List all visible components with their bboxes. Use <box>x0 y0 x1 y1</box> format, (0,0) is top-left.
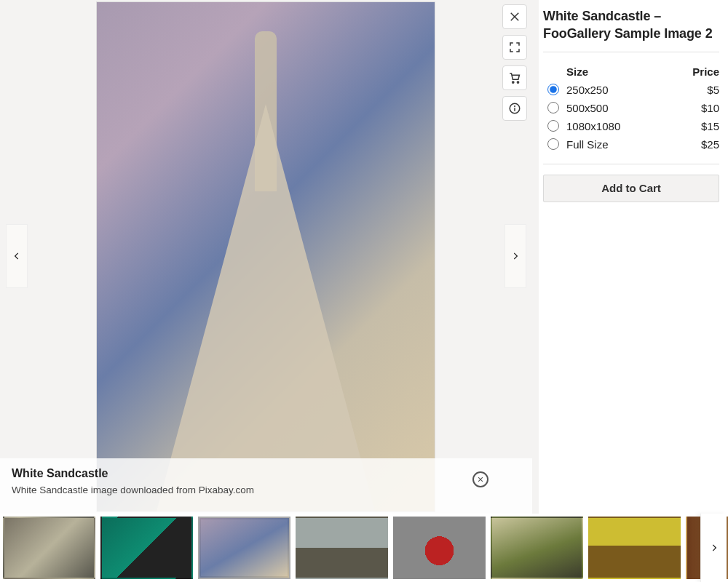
size-price: $15 <box>683 120 719 132</box>
image-title: White Sandcastle – FooGallery Sample Ima… <box>543 7 719 52</box>
close-icon <box>477 476 484 483</box>
cart-icon <box>508 71 521 84</box>
prev-image-button[interactable] <box>6 224 28 288</box>
size-label: 1080x1080 <box>566 120 683 132</box>
chevron-left-icon <box>12 251 22 261</box>
size-price: $25 <box>683 138 719 151</box>
svg-point-5 <box>517 81 518 83</box>
size-price: $5 <box>683 84 719 96</box>
chevron-right-icon <box>709 543 719 553</box>
size-label: Full Size <box>566 138 683 151</box>
caption-close-button[interactable] <box>472 471 488 487</box>
next-image-button[interactable] <box>505 224 526 288</box>
thumbnail-rocky-shore[interactable] <box>296 517 388 579</box>
size-option-1080[interactable]: 1080x1080 $15 <box>543 117 719 135</box>
thumbnail-strip <box>0 514 728 582</box>
size-radio-full[interactable] <box>547 138 559 150</box>
viewer-toolbar <box>502 4 527 121</box>
fullscreen-button[interactable] <box>502 35 527 60</box>
thumbnail-fire-hydrant[interactable] <box>393 517 486 579</box>
svg-point-4 <box>513 81 514 83</box>
add-to-cart-button[interactable]: Add to Cart <box>543 175 719 202</box>
castle-illustration <box>255 31 277 191</box>
pricing-header: Size Price <box>543 63 719 81</box>
size-option-500[interactable]: 500x500 $10 <box>543 99 719 117</box>
caption-title: White Sandcastle <box>12 467 521 480</box>
divider <box>543 164 719 164</box>
fullscreen-icon <box>508 41 521 54</box>
image-viewer: White Sandcastle White Sandcastle image … <box>0 0 532 514</box>
size-option-full[interactable]: Full Size $25 <box>543 135 719 154</box>
cart-button[interactable] <box>502 65 527 90</box>
size-column-header: Size <box>566 65 683 78</box>
caption-bar: White Sandcastle White Sandcastle image … <box>0 458 532 514</box>
close-icon <box>508 10 521 23</box>
thumbnail-green-hill[interactable] <box>491 517 583 579</box>
close-viewer-button[interactable] <box>502 4 527 29</box>
info-button[interactable] <box>502 96 527 121</box>
size-radio-1080[interactable] <box>547 120 559 132</box>
thumbnail-rusty-padlock[interactable] <box>100 517 193 579</box>
chevron-right-icon <box>510 251 521 261</box>
size-price: $10 <box>683 102 719 114</box>
info-icon <box>508 102 521 115</box>
thumbnail-railway-tracks[interactable] <box>588 517 681 579</box>
main-image <box>96 1 435 512</box>
size-radio-500[interactable] <box>547 102 559 113</box>
caption-description: White Sandcastle image downloaded from P… <box>12 485 521 495</box>
size-label: 250x250 <box>566 84 683 96</box>
thumbnail-white-sandcastle[interactable] <box>198 517 290 579</box>
size-option-250[interactable]: 250x250 $5 <box>543 81 719 99</box>
svg-point-8 <box>515 106 515 107</box>
purchase-sidebar: White Sandcastle – FooGallery Sample Ima… <box>539 0 728 514</box>
thumbnail-abandoned-building[interactable] <box>3 517 95 579</box>
size-radio-250[interactable] <box>547 84 559 95</box>
price-column-header: Price <box>683 65 719 78</box>
thumbnail-scroll-right-button[interactable] <box>700 514 727 582</box>
size-label: 500x500 <box>566 102 683 114</box>
